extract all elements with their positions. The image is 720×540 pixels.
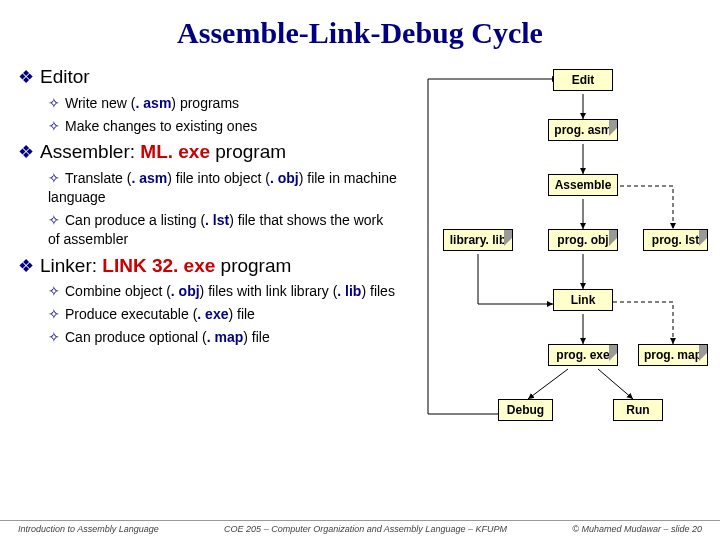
section-linker: ❖Linker: LINK 32. exe program [18, 253, 398, 279]
box-prog-obj: prog. obj [548, 229, 618, 251]
box-library-lib: library. lib [443, 229, 513, 251]
section-assembler: ❖Assembler: ML. exe program [18, 139, 398, 165]
bullet-map: ✧Can produce optional (. map) file [48, 328, 398, 347]
flowchart: Edit prog. asm Assemble library. lib pro… [408, 64, 720, 464]
bullets-column: ❖Editor ✧Write new (. asm) programs ✧Mak… [18, 64, 398, 347]
footer-center: COE 205 – Computer Organization and Asse… [224, 524, 507, 534]
bullet-combine: ✧Combine object (. obj) files with link … [48, 282, 398, 301]
content-area: ❖Editor ✧Write new (. asm) programs ✧Mak… [18, 64, 702, 347]
bullet-translate: ✧Translate (. asm) file into object (. o… [48, 169, 398, 207]
box-run: Run [613, 399, 663, 421]
footer: Introduction to Assembly Language COE 20… [0, 520, 720, 534]
box-edit: Edit [553, 69, 613, 91]
box-assemble: Assemble [548, 174, 618, 196]
box-prog-asm: prog. asm [548, 119, 618, 141]
bullet-write-new: ✧Write new (. asm) programs [48, 94, 398, 113]
box-prog-lst: prog. lst [643, 229, 708, 251]
page-title: Assemble-Link-Debug Cycle [18, 12, 702, 58]
section-editor: ❖Editor [18, 64, 398, 90]
box-prog-exe: prog. exe [548, 344, 618, 366]
bullet-listing: ✧Can produce a listing (. lst) file that… [48, 211, 398, 249]
bullet-make-changes: ✧Make changes to existing ones [48, 117, 398, 136]
box-prog-map: prog. map [638, 344, 708, 366]
bullet-exe: ✧Produce executable (. exe) file [48, 305, 398, 324]
box-debug: Debug [498, 399, 553, 421]
footer-right: © Muhamed Mudawar – slide 20 [572, 524, 702, 534]
section-editor-label: Editor [40, 66, 90, 87]
footer-left: Introduction to Assembly Language [18, 524, 159, 534]
box-link: Link [553, 289, 613, 311]
